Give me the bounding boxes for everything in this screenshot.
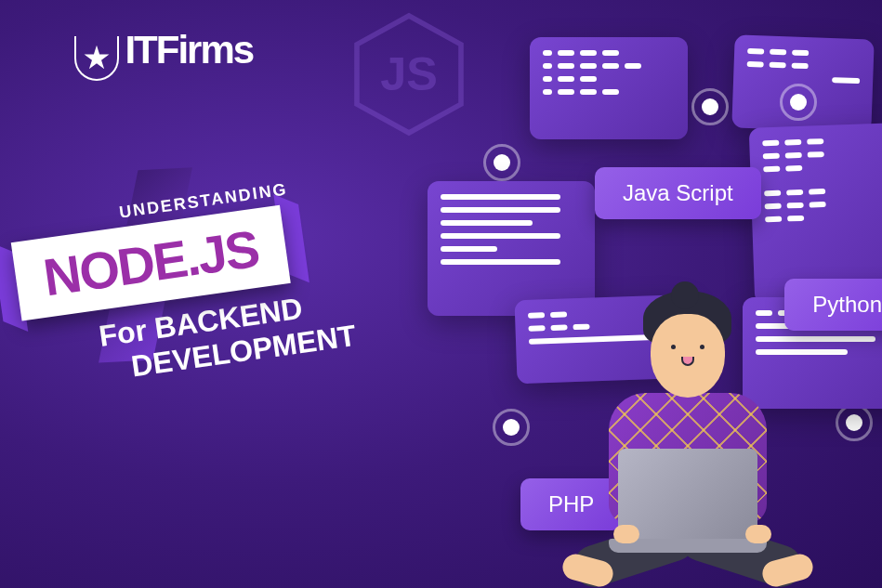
connector-dot-icon (483, 144, 520, 181)
connector-dot-icon (780, 84, 817, 121)
language-tag-javascript: Java Script (595, 167, 761, 219)
star-laurel-icon (74, 36, 121, 83)
connector-dot-icon (493, 409, 530, 446)
svg-text:JS: JS (380, 47, 438, 100)
connector-dot-icon (691, 88, 729, 125)
connector-dot-icon (836, 404, 873, 441)
title-main-text: NODE.JS (40, 219, 261, 307)
developer-illustration (558, 281, 836, 588)
code-window-decoration (530, 37, 688, 139)
brand-name: ITFirms (125, 28, 253, 72)
laptop-icon (618, 449, 757, 542)
hero-title: UNDERSTANDING NODE.JS For BACKEND DEVELO… (7, 173, 358, 398)
code-window-decoration (749, 123, 882, 304)
brand-logo: ITFirms (74, 28, 253, 83)
nodejs-hexagon-icon: JS (344, 9, 474, 139)
